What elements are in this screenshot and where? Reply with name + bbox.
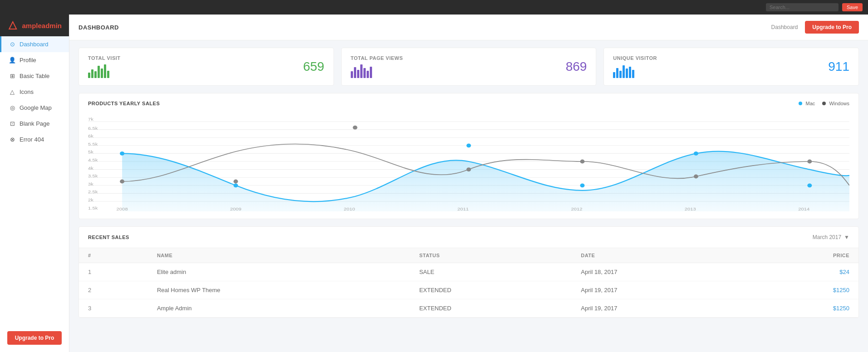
table-row: 2 Real Homes WP Theme EXTENDED April 19,… bbox=[79, 281, 858, 299]
windows-point bbox=[120, 180, 124, 184]
recent-sales-table: # NAME STATUS DATE PRICE 1 Elite admin S… bbox=[79, 248, 858, 318]
stat-label: TOTAL PAGE VIEWS bbox=[351, 55, 403, 61]
cell-num: 3 bbox=[79, 299, 148, 318]
table-header-row: # NAME STATUS DATE PRICE bbox=[79, 248, 858, 263]
svg-text:2.5k: 2.5k bbox=[88, 189, 98, 194]
legend-windows: Windows bbox=[822, 101, 849, 106]
header-upgrade-button[interactable]: Upgrade to Pro bbox=[805, 21, 859, 34]
windows-point bbox=[807, 160, 812, 164]
profile-icon: 👤 bbox=[9, 57, 16, 64]
sidebar-item-label: Error 404 bbox=[20, 136, 44, 143]
svg-text:2010: 2010 bbox=[344, 206, 355, 211]
sidebar-item-icons[interactable]: △ Icons bbox=[0, 84, 69, 100]
stat-value-visit: 659 bbox=[303, 59, 324, 74]
svg-text:2014: 2014 bbox=[798, 206, 809, 211]
cell-name: Real Homes WP Theme bbox=[148, 281, 410, 299]
chevron-down-icon: ▼ bbox=[844, 234, 849, 240]
sidebar-item-blank-page[interactable]: ⊡ Blank Page bbox=[0, 116, 69, 132]
sidebar-item-dashboard[interactable]: ⊙ Dashboard bbox=[0, 36, 69, 52]
sidebar-item-label: Google Map bbox=[20, 104, 52, 111]
chart-section: PRODUCTS YEARLY SALES Mac Windows bbox=[78, 93, 859, 219]
cell-num: 1 bbox=[79, 263, 148, 281]
stat-bars-pageviews bbox=[351, 64, 403, 78]
cell-num: 2 bbox=[79, 281, 148, 299]
mac-fill bbox=[122, 152, 849, 211]
blank-page-icon: ⊡ bbox=[9, 120, 16, 127]
stat-card-unique-visitor: UNIQUE VISITOR 911 bbox=[603, 48, 859, 86]
topbar-search[interactable] bbox=[766, 3, 839, 11]
svg-text:5.5k: 5.5k bbox=[88, 141, 98, 146]
chart-legend: Mac Windows bbox=[799, 101, 849, 106]
page-title: DASHBOARD bbox=[78, 24, 119, 31]
svg-text:3.5k: 3.5k bbox=[88, 173, 98, 178]
page-header: DASHBOARD Dashboard Upgrade to Pro bbox=[69, 15, 868, 40]
sidebar-item-google-map[interactable]: ◎ Google Map bbox=[0, 100, 69, 116]
windows-point bbox=[466, 167, 471, 171]
stat-value-unique: 911 bbox=[828, 59, 849, 74]
sidebar-upgrade: Upgrade to Pro bbox=[0, 324, 69, 352]
stat-bars-visit bbox=[88, 64, 121, 78]
col-price: PRICE bbox=[747, 248, 858, 263]
error-icon: ⊗ bbox=[9, 136, 16, 143]
windows-point bbox=[694, 175, 698, 179]
chart-title: PRODUCTS YEARLY SALES bbox=[88, 101, 160, 106]
cell-date: April 18, 2017 bbox=[572, 263, 747, 281]
svg-text:2008: 2008 bbox=[117, 206, 128, 211]
stat-card-page-views: TOTAL PAGE VIEWS 869 bbox=[341, 48, 597, 86]
col-date: DATE bbox=[572, 248, 747, 263]
map-icon: ◎ bbox=[9, 104, 16, 111]
stat-label: UNIQUE VISITOR bbox=[613, 55, 657, 61]
cell-date: April 19, 2017 bbox=[572, 281, 747, 299]
svg-text:2k: 2k bbox=[88, 197, 94, 202]
mac-point bbox=[694, 152, 698, 156]
windows-point bbox=[234, 180, 238, 184]
breadcrumb-home[interactable]: Dashboard bbox=[771, 24, 798, 30]
svg-text:2012: 2012 bbox=[571, 206, 582, 211]
windows-dot bbox=[822, 102, 826, 105]
sidebar-upgrade-button[interactable]: Upgrade to Pro bbox=[7, 331, 62, 345]
sidebar-item-basic-table[interactable]: ⊞ Basic Table bbox=[0, 68, 69, 84]
sidebar-item-profile[interactable]: 👤 Profile bbox=[0, 52, 69, 68]
mac-point bbox=[120, 152, 124, 156]
stat-label: TOTAL VISIT bbox=[88, 55, 121, 61]
chart-container: 7k 6.5k 6k 5.5k 5k 4.5k 4k 3.5k 3k 2.5k … bbox=[88, 112, 849, 211]
windows-point bbox=[580, 160, 584, 164]
svg-text:6k: 6k bbox=[88, 133, 94, 138]
svg-text:3k: 3k bbox=[88, 181, 94, 186]
table-row: 1 Elite admin SALE April 18, 2017 $24 bbox=[79, 263, 858, 281]
cell-name: Elite admin bbox=[148, 263, 410, 281]
sidebar-item-label: Icons bbox=[20, 88, 34, 95]
cell-status: EXTENDED bbox=[410, 299, 572, 318]
sidebar-logo: ampleadmin bbox=[0, 15, 69, 36]
stat-card-total-visit: TOTAL VISIT 659 bbox=[78, 48, 334, 86]
sidebar-nav: ⊙ Dashboard 👤 Profile ⊞ Basic Table △ Ic… bbox=[0, 36, 69, 324]
windows-point bbox=[353, 126, 358, 130]
sidebar-item-label: Blank Page bbox=[20, 120, 50, 127]
sidebar-item-label: Profile bbox=[20, 57, 36, 64]
svg-text:4.5k: 4.5k bbox=[88, 157, 98, 162]
cell-price: $24 bbox=[747, 263, 858, 281]
table-title: RECENT SALES bbox=[88, 235, 129, 240]
cell-date: April 19, 2017 bbox=[572, 299, 747, 318]
sidebar-item-label: Dashboard bbox=[20, 41, 49, 48]
svg-text:2013: 2013 bbox=[685, 206, 696, 211]
logo-icon bbox=[7, 21, 18, 30]
svg-text:6.5k: 6.5k bbox=[88, 125, 98, 130]
mac-point bbox=[807, 183, 812, 187]
dashboard-icon: ⊙ bbox=[9, 41, 16, 48]
chart-svg: 7k 6.5k 6k 5.5k 5k 4.5k 4k 3.5k 3k 2.5k … bbox=[88, 112, 849, 211]
cell-status: SALE bbox=[410, 263, 572, 281]
stats-row: TOTAL VISIT 659 bbox=[78, 48, 859, 86]
col-status: STATUS bbox=[410, 248, 572, 263]
mac-point bbox=[234, 183, 238, 187]
sidebar-item-error-404[interactable]: ⊗ Error 404 bbox=[0, 132, 69, 147]
mac-point bbox=[580, 183, 584, 187]
table-filter[interactable]: March 2017 ▼ bbox=[813, 234, 849, 240]
topbar-save-button[interactable]: Save bbox=[842, 3, 863, 11]
topbar: Save bbox=[0, 0, 868, 15]
mac-point bbox=[466, 143, 471, 147]
svg-text:2011: 2011 bbox=[457, 206, 469, 211]
cell-price: $1250 bbox=[747, 281, 858, 299]
svg-text:7k: 7k bbox=[88, 116, 94, 121]
sidebar: ampleadmin ⊙ Dashboard 👤 Profile ⊞ Basic… bbox=[0, 15, 69, 352]
